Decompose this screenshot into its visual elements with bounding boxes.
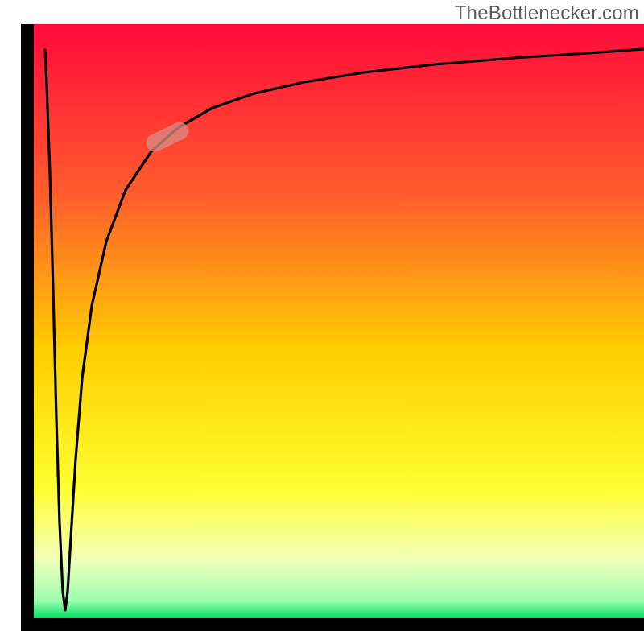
plot-background xyxy=(34,24,644,618)
chart-container: { "watermark": "TheBottlenecker.com", "c… xyxy=(0,0,644,644)
x-axis xyxy=(21,618,644,631)
bottleneck-chart xyxy=(0,0,644,644)
y-axis xyxy=(21,24,34,631)
watermark-text: TheBottlenecker.com xyxy=(455,2,639,24)
